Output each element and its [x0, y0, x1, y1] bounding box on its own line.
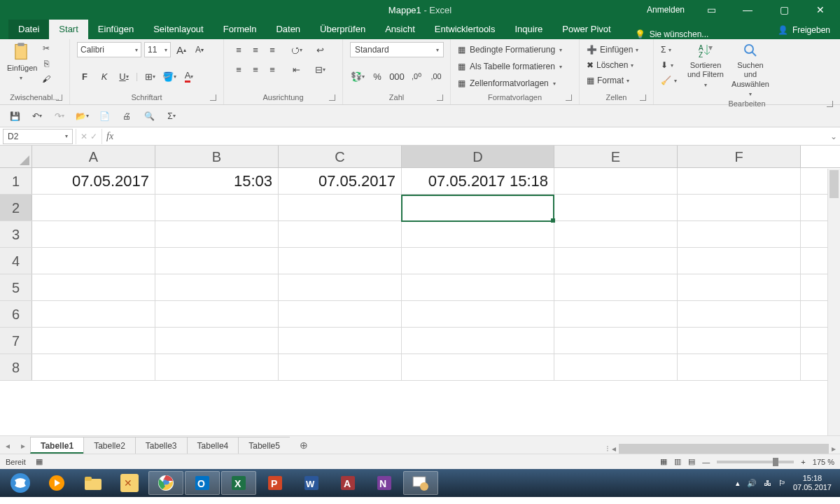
tab-insert[interactable]: Einfügen — [88, 20, 144, 39]
hscroll-right[interactable]: ▸ — [832, 444, 836, 454]
tab-review[interactable]: Überprüfen — [310, 20, 375, 39]
tab-start[interactable]: Start — [49, 20, 88, 39]
view-page-layout-icon[interactable]: ▥ — [674, 457, 681, 466]
taskbar-excel[interactable]: X — [221, 471, 256, 495]
cell[interactable]: 15:03 — [155, 168, 279, 194]
hscroll-left[interactable]: ◂ — [612, 444, 616, 454]
zoom-slider[interactable] — [717, 461, 794, 463]
quick-print-icon[interactable]: 🖨 — [119, 108, 134, 124]
undo-button[interactable]: ↶▾ — [29, 108, 45, 124]
save-icon[interactable]: 💾 — [7, 108, 22, 124]
row-header[interactable]: 4 — [0, 248, 32, 274]
cell[interactable]: 07.05.2017 — [32, 168, 155, 194]
expand-formula-bar[interactable]: ⌄ — [827, 132, 840, 141]
number-format-select[interactable]: Standard▾ — [350, 42, 444, 57]
add-sheet-button[interactable]: ⊕ — [290, 437, 318, 454]
wrap-text-icon[interactable]: ↩ — [312, 42, 328, 57]
col-header-d[interactable]: D — [402, 146, 554, 167]
col-header-b[interactable]: B — [155, 146, 279, 167]
redo-button[interactable]: ↷▾ — [52, 108, 67, 124]
taskbar-word[interactable]: W — [294, 471, 329, 495]
taskbar-paint[interactable] — [403, 471, 438, 495]
fill-color-button[interactable]: 🪣▾ — [162, 69, 177, 84]
taskbar-chrome[interactable] — [148, 471, 183, 495]
font-name-select[interactable]: Calibri▾ — [77, 42, 141, 57]
decrease-indent-icon[interactable]: ⇤ — [288, 62, 304, 77]
fill-button[interactable]: ⬇▾ — [661, 57, 677, 73]
sheet-tab[interactable]: Tabelle1 — [30, 437, 84, 454]
sort-filter-button[interactable]: AZ Sortieren und Filtern▾ — [685, 42, 726, 89]
tray-volume-icon[interactable]: 🔊 — [747, 479, 757, 488]
horizontal-scrollbar[interactable] — [619, 444, 829, 454]
enter-formula-icon[interactable]: ✓ — [90, 132, 97, 141]
tab-inquire[interactable]: Inquire — [505, 20, 553, 39]
align-middle-icon[interactable]: ≡ — [248, 42, 263, 57]
format-as-table-button[interactable]: ▦Als Tabelle formatieren▾ — [458, 59, 562, 74]
taskbar-explorer[interactable] — [76, 471, 111, 495]
print-preview-icon[interactable]: 🔍 — [141, 108, 157, 124]
tray-network-icon[interactable]: 🖧 — [764, 479, 771, 487]
font-color-button[interactable]: A▾ — [181, 69, 197, 84]
sheet-nav-next[interactable]: ▸ — [15, 438, 31, 454]
col-header-f[interactable]: F — [678, 146, 801, 167]
formula-input[interactable] — [118, 129, 827, 144]
view-page-break-icon[interactable]: ▤ — [688, 457, 695, 466]
row-header[interactable]: 8 — [0, 354, 32, 380]
delete-cells-button[interactable]: ✖Löschen▾ — [587, 57, 638, 73]
cancel-formula-icon[interactable]: ✕ — [80, 132, 88, 141]
open-icon[interactable]: 📂▾ — [74, 108, 90, 124]
sheet-nav-prev[interactable]: ◂ — [0, 438, 15, 454]
cell[interactable]: 07.05.2017 15:18 — [402, 168, 554, 194]
zoom-in-button[interactable]: + — [801, 458, 805, 466]
cell-styles-button[interactable]: ▦Zellenformatvorlagen▾ — [458, 76, 562, 91]
signin-link[interactable]: Anmelden — [641, 5, 690, 15]
sheet-tab[interactable]: Tabelle4 — [187, 437, 239, 454]
clear-button[interactable]: 🧹▾ — [661, 73, 677, 88]
vertical-scrollbar[interactable] — [827, 169, 840, 435]
format-painter-icon[interactable]: 🖌 — [39, 73, 53, 85]
close-button[interactable]: ✕ — [805, 0, 836, 20]
fx-icon[interactable]: fx — [102, 131, 118, 142]
row-header[interactable]: 6 — [0, 301, 32, 327]
cell[interactable] — [554, 168, 678, 194]
autosum-qat-icon[interactable]: Σ▾ — [164, 108, 179, 124]
comma-icon[interactable]: 000 — [389, 69, 405, 84]
sheet-tab[interactable]: Tabelle2 — [83, 437, 136, 454]
tab-formulas[interactable]: Formeln — [214, 20, 267, 39]
paste-button[interactable]: Einfügen▾ — [7, 42, 35, 82]
taskbar-access[interactable]: A — [330, 471, 365, 495]
taskbar-app1[interactable]: ✕ — [112, 471, 147, 495]
copy-icon[interactable]: ⎘ — [39, 57, 53, 70]
cut-icon[interactable]: ✂ — [39, 42, 53, 55]
insert-cells-button[interactable]: ➕Einfügen▾ — [587, 42, 638, 57]
col-header-a[interactable]: A — [32, 146, 155, 167]
zoom-level[interactable]: 175 % — [813, 458, 834, 466]
tray-chevron-icon[interactable]: ▴ — [736, 479, 740, 488]
col-header-e[interactable]: E — [554, 146, 678, 167]
tab-powerpivot[interactable]: Power Pivot — [552, 20, 620, 39]
share-button[interactable]: 👤Freigeben — [768, 21, 840, 39]
tab-file[interactable]: Datei — [8, 20, 49, 39]
start-button[interactable] — [3, 471, 38, 495]
ribbon-display-icon[interactable]: ▭ — [696, 0, 727, 20]
spreadsheet-grid[interactable]: A B C D E F 1 07.05.2017 15:03 07.05.201… — [0, 146, 840, 435]
increase-font-icon[interactable]: A▴ — [174, 42, 189, 57]
orientation-icon[interactable]: ⭯▾ — [288, 42, 304, 57]
row-header[interactable]: 2 — [0, 195, 32, 220]
align-top-icon[interactable]: ≡ — [231, 42, 246, 57]
maximize-button[interactable]: ▢ — [769, 0, 799, 20]
tab-layout[interactable]: Seitenlayout — [144, 20, 214, 39]
row-header[interactable]: 1 — [0, 168, 32, 194]
taskbar-outlook[interactable]: O — [185, 471, 220, 495]
macro-record-icon[interactable]: ▦ — [36, 457, 43, 466]
autosum-button[interactable]: Σ▾ — [661, 42, 677, 57]
decrease-decimal-icon[interactable]: ,00 — [428, 69, 444, 84]
align-bottom-icon[interactable]: ≡ — [265, 42, 280, 57]
decrease-font-icon[interactable]: A▾ — [192, 42, 207, 57]
cell[interactable]: 07.05.2017 — [279, 168, 402, 194]
font-size-select[interactable]: 11▾ — [144, 42, 171, 57]
tab-developer[interactable]: Entwicklertools — [425, 20, 505, 39]
sheet-tab[interactable]: Tabelle5 — [238, 437, 290, 454]
row-header[interactable]: 3 — [0, 221, 32, 247]
select-all-corner[interactable] — [0, 146, 32, 167]
